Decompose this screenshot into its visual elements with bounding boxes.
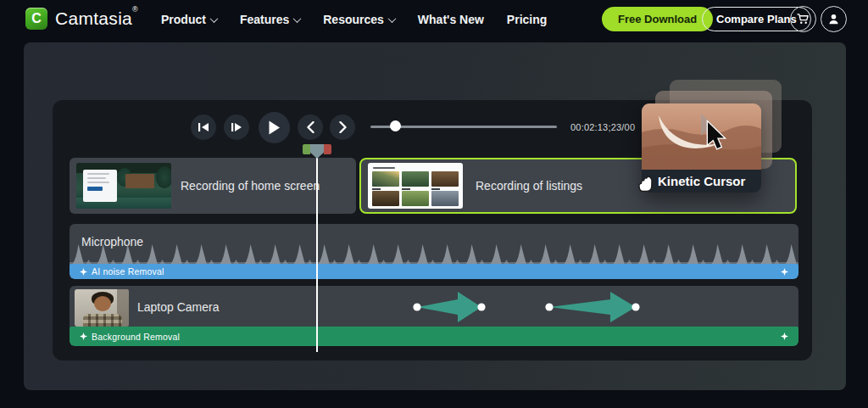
clip-thumbnail-home-screen [76, 163, 171, 209]
kinetic-cursor-preview-image [642, 103, 761, 170]
playhead-out-handle[interactable] [324, 144, 331, 154]
nav-item-resources[interactable]: Resources [323, 13, 395, 26]
free-download-button[interactable]: Free Download [602, 7, 713, 31]
playhead-head[interactable] [310, 144, 324, 159]
kinetic-cursor-label: Kinetic Cursor [658, 174, 745, 188]
previous-button[interactable] [298, 115, 323, 140]
sparkle-icon [781, 333, 788, 340]
nav-item-product[interactable]: Product [161, 13, 217, 26]
clip-label: Recording of listings [476, 179, 582, 193]
progress-slider[interactable] [370, 120, 557, 133]
clip-label: Recording of home screen [181, 179, 320, 193]
camtasia-logo[interactable]: C Camtasia® [25, 8, 138, 30]
chevron-down-icon [209, 14, 218, 23]
sparkle-icon [80, 268, 87, 276]
frame-forward-icon [231, 122, 242, 132]
camtasia-c-icon: C [25, 8, 47, 30]
cart-button[interactable] [790, 6, 816, 32]
next-button[interactable] [330, 115, 355, 140]
nav-label: Product [161, 13, 206, 26]
keyframe-arrow-icon[interactable] [410, 288, 488, 326]
effect-label: AI noise Removal [92, 266, 776, 277]
playhead-line[interactable] [316, 156, 318, 352]
laptop-camera-track[interactable]: Laptop Camera Background Removal [70, 286, 798, 346]
microphone-track[interactable]: Microphone AI noise Removal [70, 224, 798, 279]
main-nav: Product Features Resources What's New Pr… [161, 0, 547, 39]
background-removal-bar[interactable]: Background Removal [70, 327, 798, 346]
top-navigation: C Camtasia® Product Features Resources W… [0, 0, 868, 39]
clip-thumbnail-laptop-camera [75, 289, 129, 327]
logo-letter: C [31, 11, 42, 26]
playhead-marker[interactable] [303, 144, 331, 159]
grab-hand-icon [633, 175, 657, 198]
chevron-left-icon [307, 121, 314, 133]
nav-label: Resources [323, 13, 384, 26]
track-label: Laptop Camera [137, 300, 220, 314]
ai-noise-removal-bar[interactable]: AI noise Removal [70, 264, 798, 279]
play-button[interactable] [259, 112, 290, 143]
registered-mark: ® [132, 5, 138, 14]
keyframe-arrow-icon[interactable] [542, 288, 643, 326]
clip-recording-of-home-screen[interactable]: Recording of home screen [70, 158, 356, 214]
sparkle-icon [781, 268, 788, 276]
account-icon [827, 13, 840, 25]
timecode-display: 00:02:13;23/00 [570, 122, 635, 132]
chevron-down-icon [387, 14, 396, 23]
frame-back-icon [198, 122, 209, 132]
brand-name: Camtasia® [55, 8, 138, 29]
nav-label: Pricing [507, 13, 547, 26]
playhead-in-handle[interactable] [303, 144, 310, 154]
effect-label: Background Removal [92, 332, 776, 342]
frame-back-button[interactable] [191, 115, 216, 140]
progress-slider-knob[interactable] [390, 120, 401, 131]
audio-waveform [70, 242, 798, 265]
nav-label: Features [240, 13, 289, 26]
play-icon [268, 120, 281, 135]
chevron-right-icon [339, 121, 347, 133]
nav-item-pricing[interactable]: Pricing [507, 13, 547, 26]
sparkle-icon [80, 333, 87, 340]
cart-icon [797, 13, 810, 25]
kinetic-cursor-label-bar: Kinetic Cursor [642, 170, 761, 193]
frame-forward-button[interactable] [224, 115, 249, 140]
kinetic-cursor-card[interactable]: Kinetic Cursor [642, 103, 761, 193]
nav-item-whats-new[interactable]: What's New [418, 13, 484, 26]
account-button[interactable] [821, 6, 847, 32]
clip-thumbnail-listings [368, 163, 463, 209]
chevron-down-icon [293, 14, 302, 23]
nav-label: What's New [418, 13, 484, 26]
nav-item-features[interactable]: Features [240, 13, 300, 26]
